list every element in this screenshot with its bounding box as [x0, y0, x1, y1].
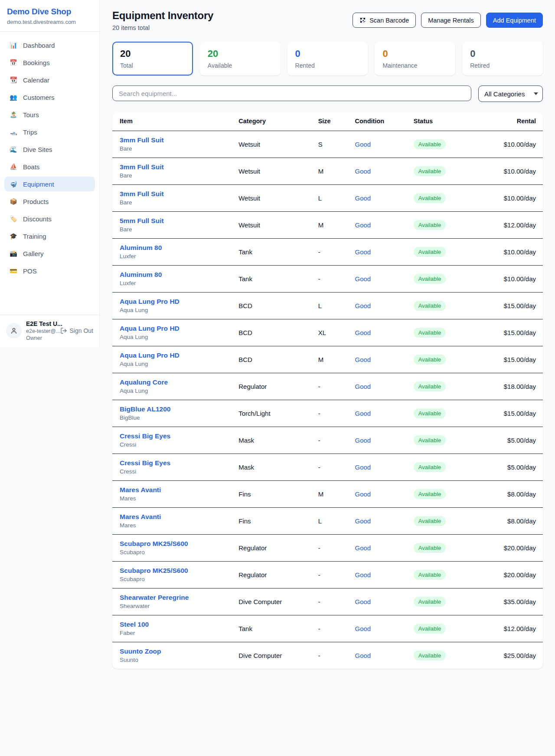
item-link[interactable]: Scubapro MK25/S600: [120, 567, 232, 575]
sidebar-item-equipment[interactable]: 🤿Equipment: [4, 177, 95, 191]
item-link[interactable]: 3mm Full Suit: [120, 136, 232, 144]
item-link[interactable]: Scubapro MK25/S600: [120, 540, 232, 548]
user-info: E2E Test U... e2e-tester@... Owner: [26, 320, 56, 341]
item-link[interactable]: Aqualung Core: [120, 378, 232, 386]
scan-barcode-button[interactable]: Scan Barcode: [353, 13, 416, 28]
sidebar-item-pos[interactable]: 💳POS: [4, 263, 95, 278]
sidebar-item-discounts[interactable]: 🏷️Discounts: [4, 211, 95, 226]
item-rental-rate: $5.00/day: [483, 454, 543, 480]
condition-link[interactable]: Good: [355, 168, 371, 175]
item-link[interactable]: Aqua Lung Pro HD: [120, 325, 232, 332]
item-category: BCD: [235, 292, 314, 319]
stat-label: Total: [120, 62, 185, 69]
item-link[interactable]: Aqua Lung Pro HD: [120, 298, 232, 306]
item-link[interactable]: Mares Avanti: [120, 513, 232, 521]
item-link[interactable]: Cressi Big Eyes: [120, 432, 232, 440]
item-link[interactable]: Steel 100: [120, 621, 232, 628]
sidebar-item-tours[interactable]: 🏝️Tours: [4, 107, 95, 122]
item-size: M: [315, 346, 352, 373]
condition-link[interactable]: Good: [355, 571, 371, 579]
manage-rentals-button[interactable]: Manage Rentals: [421, 13, 481, 28]
stat-card-retired[interactable]: 0Retired: [462, 42, 543, 76]
item-link[interactable]: Cressi Big Eyes: [120, 459, 232, 467]
search-input[interactable]: [112, 85, 471, 101]
item-link[interactable]: BigBlue AL1200: [120, 405, 232, 413]
stat-card-available[interactable]: 20Available: [200, 42, 281, 76]
sidebar-item-customers[interactable]: 👥Customers: [4, 90, 95, 105]
sidebar-item-calendar[interactable]: 📆Calendar: [4, 72, 95, 87]
item-link[interactable]: Aluminum 80: [120, 244, 232, 252]
item-link[interactable]: 3mm Full Suit: [120, 190, 232, 198]
condition-link[interactable]: Good: [355, 383, 371, 390]
sidebar-item-products[interactable]: 📦Products: [4, 194, 95, 209]
condition-link[interactable]: Good: [355, 598, 371, 605]
condition-link[interactable]: Good: [355, 329, 371, 336]
sidebar-item-bookings[interactable]: 📅Bookings: [4, 55, 95, 70]
manage-rentals-label: Manage Rentals: [428, 17, 474, 24]
item-size: L: [315, 507, 352, 534]
condition-link[interactable]: Good: [355, 275, 371, 283]
sidebar-item-trips[interactable]: 🛥️Trips: [4, 125, 95, 139]
sidebar-item-label: Gallery: [23, 250, 44, 257]
item-brand: Bare: [120, 226, 232, 233]
condition-link[interactable]: Good: [355, 356, 371, 363]
item-size: -: [315, 642, 352, 669]
condition-link[interactable]: Good: [355, 410, 371, 417]
tours-icon: 🏝️: [10, 111, 17, 118]
sign-out-button[interactable]: Sign Out: [60, 327, 93, 334]
sidebar-item-gallery[interactable]: 📸Gallery: [4, 246, 95, 261]
sidebar-item-label: Calendar: [23, 76, 49, 84]
column-header-item: Item: [112, 112, 235, 131]
condition-link[interactable]: Good: [355, 194, 371, 202]
item-brand: Luxfer: [120, 280, 232, 286]
item-brand: Shearwater: [120, 603, 232, 609]
condition-link[interactable]: Good: [355, 141, 371, 148]
bookings-icon: 📅: [10, 59, 17, 66]
condition-link[interactable]: Good: [355, 437, 371, 444]
item-link[interactable]: Suunto Zoop: [120, 648, 232, 655]
sidebar-item-training[interactable]: 🎓Training: [4, 229, 95, 243]
sidebar-item-dive-sites[interactable]: 🌊Dive Sites: [4, 142, 95, 157]
add-equipment-button[interactable]: Add Equipment: [486, 13, 543, 28]
brand-title[interactable]: Demo Dive Shop: [7, 7, 92, 16]
category-filter-select[interactable]: All Categories: [478, 85, 543, 102]
table-row: Steel 100FaberTank-GoodAvailable$12.00/d…: [112, 615, 543, 642]
item-rental-rate: $20.00/day: [483, 561, 543, 588]
status-badge: Available: [414, 489, 446, 499]
table-row: Mares AvantiMaresFinsLGoodAvailable$8.00…: [112, 507, 543, 534]
condition-link[interactable]: Good: [355, 248, 371, 256]
status-badge: Available: [414, 543, 446, 553]
item-rental-rate: $35.00/day: [483, 588, 543, 615]
sidebar-item-dashboard[interactable]: 📊Dashboard: [4, 38, 95, 53]
table-row: Scubapro MK25/S600ScubaproRegulator-Good…: [112, 534, 543, 561]
column-header-condition: Condition: [352, 112, 410, 131]
column-header-rental: Rental: [483, 112, 543, 131]
condition-link[interactable]: Good: [355, 544, 371, 552]
item-brand: Aqua Lung: [120, 307, 232, 313]
item-category: BCD: [235, 319, 314, 346]
status-badge: Available: [414, 651, 446, 661]
page-title: Equipment Inventory: [112, 10, 213, 22]
item-link[interactable]: Aluminum 80: [120, 271, 232, 279]
item-brand: Bare: [120, 172, 232, 179]
condition-link[interactable]: Good: [355, 625, 371, 632]
stat-card-maintenance[interactable]: 0Maintenance: [375, 42, 455, 76]
item-category: Dive Computer: [235, 642, 314, 669]
item-rental-rate: $10.00/day: [483, 131, 543, 158]
condition-link[interactable]: Good: [355, 221, 371, 229]
item-rental-rate: $18.00/day: [483, 373, 543, 400]
condition-link[interactable]: Good: [355, 490, 371, 498]
condition-link[interactable]: Good: [355, 517, 371, 525]
item-link[interactable]: 5mm Full Suit: [120, 217, 232, 225]
condition-link[interactable]: Good: [355, 463, 371, 471]
stat-card-total[interactable]: 20Total: [112, 42, 193, 76]
condition-link[interactable]: Good: [355, 302, 371, 309]
item-rental-rate: $12.00/day: [483, 615, 543, 642]
item-link[interactable]: Shearwater Peregrine: [120, 594, 232, 602]
stat-card-rented[interactable]: 0Rented: [287, 42, 368, 76]
sidebar-item-boats[interactable]: ⛵Boats: [4, 159, 95, 174]
item-link[interactable]: Mares Avanti: [120, 486, 232, 494]
condition-link[interactable]: Good: [355, 652, 371, 659]
item-link[interactable]: 3mm Full Suit: [120, 163, 232, 171]
item-link[interactable]: Aqua Lung Pro HD: [120, 352, 232, 359]
